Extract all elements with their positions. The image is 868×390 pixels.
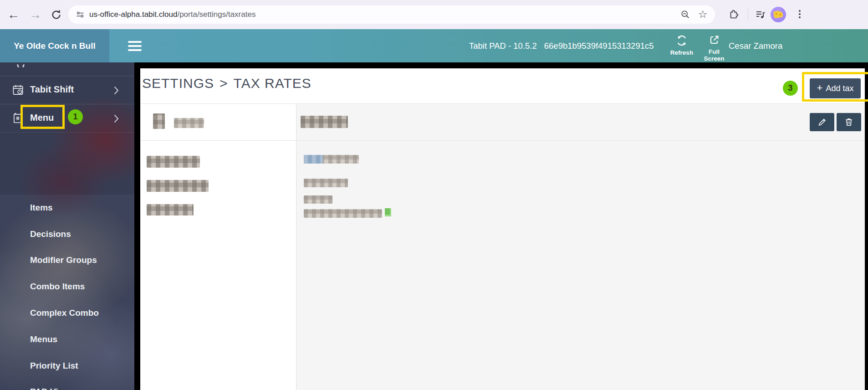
- menu-board-icon: [12, 112, 24, 124]
- tax-list-item-redacted[interactable]: [147, 204, 194, 216]
- sidebar-item-decisions[interactable]: Decisions: [0, 221, 134, 247]
- tax-rate-row-redacted: [304, 209, 382, 218]
- browser-profile-avatar[interactable]: [771, 7, 786, 22]
- tax-field-rates-label-redacted: [304, 195, 332, 204]
- breadcrumb-section[interactable]: SETTINGS: [142, 76, 214, 91]
- media-controls-icon[interactable]: [755, 9, 766, 20]
- sidebar-item-label: Complex Combo: [30, 308, 99, 318]
- trash-icon: [844, 117, 854, 127]
- fullscreen-button[interactable]: Full Screen: [698, 35, 730, 62]
- fullscreen-label: Full Screen: [698, 48, 730, 62]
- green-check-icon: [385, 208, 391, 216]
- add-tax-label: Add tax: [826, 84, 853, 93]
- zoom-out-icon[interactable]: [680, 10, 690, 20]
- sidebar-item-menu[interactable]: Menu 1: [0, 104, 134, 132]
- plus-icon: +: [817, 82, 823, 94]
- sidebar-item-label: Menus: [30, 334, 57, 344]
- sidebar-item-label: Items: [30, 203, 53, 213]
- chevron-right-icon: [114, 114, 119, 123]
- pencil-icon: [817, 117, 827, 127]
- sidebar-item-label: Priority List: [30, 361, 78, 371]
- tax-list-item-redacted[interactable]: [147, 180, 209, 192]
- sidebar-nav: Tabit Shift Menu 1 Items Decisi: [0, 62, 134, 390]
- annotation-badge-3: 3: [783, 81, 798, 96]
- hamburger-menu-icon[interactable]: [128, 41, 142, 53]
- refresh-button[interactable]: Refresh: [666, 35, 698, 56]
- venue-name: Ye Olde Cock n Bull: [14, 41, 96, 51]
- app-title: Tabit PAD - 10.5.2: [469, 41, 537, 51]
- url-domain: us-office-alpha.tabit.cloud: [89, 10, 177, 19]
- fullscreen-icon: [709, 35, 720, 46]
- redacted-blue-text: [304, 155, 323, 164]
- toolbar-separator: [748, 9, 748, 21]
- address-bar[interactable]: us-office-alpha.tabit.cloud/porta/settin…: [68, 5, 715, 24]
- sidebar-submenu: Items Decisions Modifier Groups Combo It…: [0, 195, 134, 390]
- forward-icon[interactable]: →: [29, 0, 41, 29]
- url-path: /porta/settings/taxrates: [177, 10, 255, 19]
- sidebar-item-label: PAD View: [30, 387, 70, 390]
- session-id: 66e9b1b9539f4915313291c5: [544, 41, 654, 51]
- app-info: Tabit PAD - 10.5.2 66e9b1b9539f491531329…: [469, 29, 654, 62]
- edit-button[interactable]: [810, 113, 834, 131]
- sidebar-item-priority-list[interactable]: Priority List: [0, 353, 134, 379]
- sidebar-item-label: Modifier Groups: [30, 255, 97, 265]
- menu-kebab-icon[interactable]: [797, 9, 802, 20]
- screen: ← → us-office-alpha.tabit.cloud/porta/se…: [0, 0, 868, 390]
- panel-divider: [296, 104, 296, 390]
- sidebar-item-combo-items[interactable]: Combo Items: [0, 273, 134, 300]
- breadcrumb: SETTINGS>TAX RATES: [142, 76, 311, 91]
- browser-toolbar: ← → us-office-alpha.tabit.cloud/porta/se…: [0, 0, 868, 29]
- partial-icon-fragment: [17, 64, 19, 68]
- back-icon[interactable]: ←: [7, 0, 20, 29]
- site-settings-icon[interactable]: [76, 10, 85, 19]
- divider: [140, 140, 865, 141]
- app-header: Ye Olde Cock n Bull Tabit PAD - 10.5.2 6…: [0, 29, 868, 62]
- user-name[interactable]: Cesar Zamora: [729, 29, 782, 62]
- bookmark-star-icon[interactable]: ☆: [698, 8, 708, 21]
- sidebar-item-modifier-groups[interactable]: Modifier Groups: [0, 247, 134, 274]
- page-title: TAX RATES: [234, 76, 311, 91]
- sidebar-item-menus[interactable]: Menus: [0, 326, 134, 353]
- refresh-icon: [676, 35, 688, 46]
- partial-icon-fragment: [22, 64, 25, 68]
- extensions-icon[interactable]: [729, 10, 739, 20]
- add-tax-button[interactable]: + Add tax: [810, 78, 861, 98]
- tax-field-type-redacted: [304, 179, 348, 187]
- venue-name-block: Ye Olde Cock n Bull: [0, 29, 109, 62]
- cheese-emoji-icon: [773, 10, 783, 19]
- sidebar-item-label: Combo Items: [30, 282, 85, 292]
- annotation-badge-1: 1: [68, 109, 83, 124]
- search-icon[interactable]: [153, 113, 165, 129]
- sidebar-item-tabit-shift[interactable]: Tabit Shift: [0, 76, 134, 104]
- url-text[interactable]: us-office-alpha.tabit.cloud/porta/settin…: [89, 5, 255, 24]
- sidebar-item-label: Decisions: [30, 229, 71, 239]
- sidebar-item-items[interactable]: Items: [0, 195, 134, 221]
- tax-list-item-redacted[interactable]: [147, 156, 200, 168]
- breadcrumb-separator: >: [220, 76, 228, 91]
- sidebar-item-complex-combo[interactable]: Complex Combo: [0, 300, 134, 326]
- sidebar-item-pad-view[interactable]: PAD View: [0, 379, 134, 390]
- sidebar-item-label: Tabit Shift: [30, 84, 74, 95]
- calendar-shift-icon: [12, 84, 24, 96]
- tax-field-name-redacted: [304, 155, 359, 164]
- divider: [0, 132, 134, 133]
- reload-icon[interactable]: [50, 9, 62, 21]
- delete-button[interactable]: [837, 113, 861, 131]
- refresh-label: Refresh: [666, 49, 698, 56]
- tax-detail-title-redacted: [301, 116, 348, 128]
- chevron-right-icon: [114, 86, 119, 95]
- sidebar-item-label: Menu: [30, 113, 54, 123]
- tax-detail-panel: [296, 104, 865, 390]
- search-input-redacted[interactable]: [174, 118, 204, 128]
